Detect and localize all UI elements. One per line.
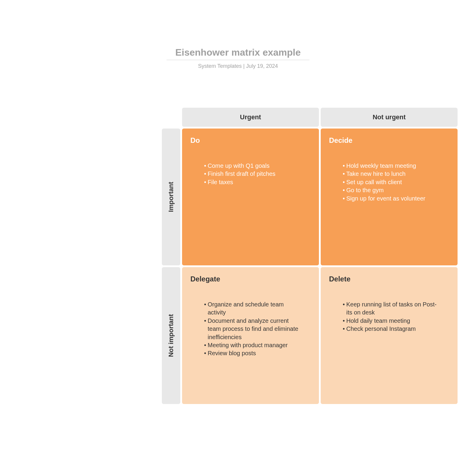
- list-item: Document and analyze current team proces…: [204, 317, 311, 341]
- list-item: Check personal Instagram: [343, 325, 449, 333]
- title-underline: [167, 60, 309, 60]
- quadrant-delegate: Delegate Organize and schedule team acti…: [182, 267, 319, 404]
- list-item: Organize and schedule team activity: [204, 300, 311, 317]
- column-header-not-urgent: Not urgent: [321, 108, 458, 127]
- list-item: Come up with Q1 goals: [204, 162, 311, 170]
- subtitle-author: System Templates: [198, 63, 242, 69]
- quadrant-delete-list: Keep running list of tasks on Post-its o…: [329, 300, 449, 333]
- subtitle-date: July 19, 2024: [246, 63, 278, 69]
- row-header-not-important: Not important: [162, 267, 180, 404]
- row-header-important: Important: [162, 129, 180, 265]
- column-headers: Urgent Not urgent: [182, 108, 458, 127]
- list-item: Set up call with client: [343, 178, 449, 186]
- list-item: File taxes: [204, 178, 311, 186]
- page-subtitle: System Templates | July 19, 2024: [167, 63, 309, 69]
- row-header-not-important-label: Not important: [167, 314, 175, 357]
- list-item: Hold weekly team meeting: [343, 162, 449, 170]
- quadrant-do-list: Come up with Q1 goalsFinish first draft …: [190, 162, 311, 186]
- list-item: Keep running list of tasks on Post-its o…: [343, 300, 449, 317]
- quadrant-delete-title: Delete: [329, 275, 449, 283]
- list-item: Go to the gym: [343, 186, 449, 194]
- quadrant-do: Do Come up with Q1 goalsFinish first dra…: [182, 129, 319, 265]
- list-item: Sign up for event as volunteer: [343, 195, 449, 203]
- column-header-urgent: Urgent: [182, 108, 319, 127]
- quadrant-delete: Delete Keep running list of tasks on Pos…: [321, 267, 458, 404]
- list-item: Meeting with product manager: [204, 341, 311, 349]
- header: Eisenhower matrix example System Templat…: [167, 47, 309, 69]
- quadrant-delegate-list: Organize and schedule team activityDocum…: [190, 300, 311, 358]
- quadrant-delegate-title: Delegate: [190, 275, 311, 283]
- list-item: Review blog posts: [204, 349, 311, 357]
- list-item: Finish first draft of pitches: [204, 170, 311, 178]
- subtitle-separator: |: [242, 63, 246, 69]
- eisenhower-matrix: Urgent Not urgent Important Do Come up w…: [162, 108, 458, 404]
- quadrant-decide: Decide Hold weekly team meetingTake new …: [321, 129, 458, 265]
- row-header-important-label: Important: [167, 182, 175, 212]
- row-not-important: Not important Delegate Organize and sche…: [162, 267, 458, 404]
- row-important: Important Do Come up with Q1 goalsFinish…: [162, 129, 458, 265]
- quadrant-decide-title: Decide: [329, 136, 449, 145]
- page-title: Eisenhower matrix example: [167, 47, 309, 60]
- quadrant-decide-list: Hold weekly team meetingTake new hire to…: [329, 162, 449, 203]
- list-item: Take new hire to lunch: [343, 170, 449, 178]
- list-item: Hold daily team meeting: [343, 317, 449, 325]
- quadrant-do-title: Do: [190, 136, 311, 145]
